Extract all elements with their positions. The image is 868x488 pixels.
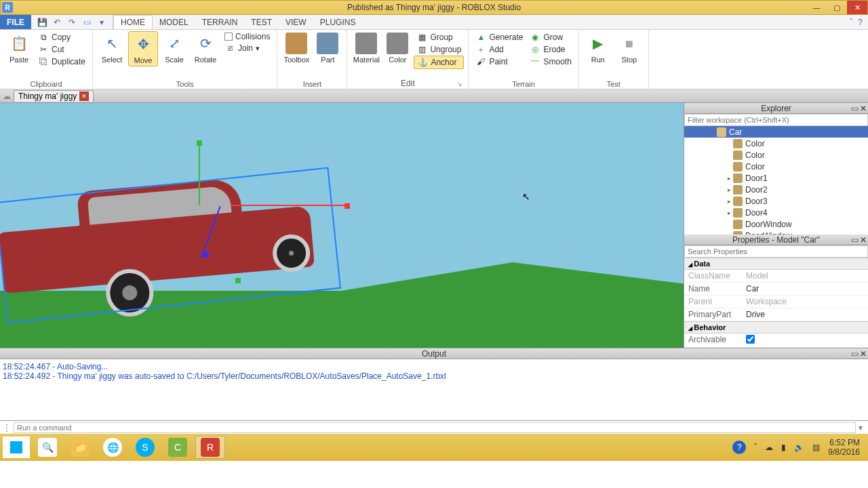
panel-close-icon[interactable]: ✕	[860, 349, 867, 359]
maximize-button[interactable]: ▢	[827, 1, 847, 14]
qat-select-icon[interactable]: ▭	[81, 17, 92, 28]
viewport[interactable]: ↖	[0, 103, 684, 348]
output-body[interactable]: 18:52:24.467 - Auto-Saving... 18:52:24.4…	[0, 359, 868, 420]
panel-close-icon[interactable]: ✕	[860, 235, 867, 245]
clock[interactable]: 6:52 PM 9/8/2016	[828, 438, 860, 458]
undo-icon[interactable]: ↶	[52, 17, 62, 28]
y-axis-gizmo[interactable]	[199, 144, 200, 205]
output-line: 18:52:24.467 - Auto-Saving...	[3, 362, 865, 371]
network-icon[interactable]: ▤	[812, 443, 820, 452]
undock-icon[interactable]: ▭	[851, 235, 859, 245]
y-neg-handle[interactable]	[235, 278, 241, 283]
prop-row-archivable[interactable]: Archivable	[684, 333, 868, 348]
task-search[interactable]: 🔍	[33, 436, 62, 459]
prop-row-primarypart[interactable]: PrimaryPartDrive	[684, 308, 868, 321]
terrain-grow-button[interactable]: ◉Grow	[527, 31, 574, 43]
cut-button[interactable]: ✂Cut	[35, 43, 88, 56]
command-input[interactable]	[14, 422, 856, 433]
expand-icon[interactable]: ▸	[725, 186, 733, 193]
prop-row-name[interactable]: NameCar	[684, 283, 868, 296]
z-handle[interactable]	[203, 252, 209, 258]
close-button[interactable]: ✕	[847, 1, 867, 14]
tab-terrain[interactable]: TERRAIN	[195, 15, 245, 29]
help-icon[interactable]: ?	[858, 18, 863, 27]
prop-category-behavior[interactable]: Behavior	[684, 321, 868, 333]
expand-icon[interactable]: ▸	[725, 198, 733, 205]
tree-item[interactable]: DoorWindow	[684, 230, 868, 235]
undock-icon[interactable]: ▭	[851, 104, 859, 113]
select-button[interactable]: ↖Select	[97, 31, 127, 65]
explorer-filter-input[interactable]	[684, 114, 868, 126]
tray-chevron-icon[interactable]: ˆ	[754, 443, 757, 452]
x-axis-gizmo[interactable]	[231, 205, 346, 206]
expand-icon[interactable]: ▸	[725, 209, 733, 216]
tab-view[interactable]: VIEW	[279, 15, 313, 29]
terrain-smooth-button[interactable]: 〰Smooth	[527, 56, 574, 68]
tree-item[interactable]: ▸Door2	[684, 184, 868, 195]
paste-button[interactable]: 📋Paste	[4, 31, 34, 65]
duplicate-button[interactable]: ⿻Duplicate	[35, 56, 88, 68]
task-explorer[interactable]: 📁	[65, 436, 95, 459]
task-chrome[interactable]: 🌐	[98, 436, 127, 459]
color-button[interactable]: Color	[382, 31, 412, 65]
y-handle[interactable]	[197, 140, 202, 146]
document-tab[interactable]: Thingy ma' jiggy ✕	[14, 90, 94, 102]
terrain-paint-button[interactable]: 🖌Paint	[473, 56, 526, 68]
start-button[interactable]	[3, 436, 30, 458]
tab-test[interactable]: TEST	[244, 15, 279, 29]
volume-icon[interactable]: 🔊	[794, 443, 804, 452]
material-button[interactable]: Material	[351, 31, 381, 65]
tab-home[interactable]: HOME	[113, 15, 153, 29]
minimize-button[interactable]: —	[806, 1, 827, 14]
tree-item[interactable]: ▸Door1	[684, 172, 868, 184]
part-button[interactable]: Part	[313, 31, 342, 65]
toolbox-button[interactable]: Toolbox	[281, 31, 311, 65]
command-dropdown-icon[interactable]: ▾	[856, 423, 865, 432]
panel-close-icon[interactable]: ✕	[860, 104, 867, 113]
tab-plugins[interactable]: PLUGINS	[313, 15, 363, 29]
rotate-button[interactable]: ⟳Rotate	[191, 31, 220, 65]
task-skype[interactable]: S	[130, 436, 160, 459]
file-menu[interactable]: FILE	[0, 15, 31, 29]
battery-icon[interactable]: ▮	[781, 443, 786, 452]
expand-icon[interactable]: ▸	[725, 175, 733, 182]
explorer-tree[interactable]: ▾CarColorColorColor▸Door1▸Door2▸Door3▸Do…	[684, 126, 868, 235]
close-tab-icon[interactable]: ✕	[79, 92, 89, 101]
help-tray-icon[interactable]: ?	[732, 441, 746, 454]
anchor-button[interactable]: ⚓Anchor	[414, 56, 464, 69]
move-button[interactable]: ✥Move	[128, 31, 158, 66]
properties-search-input[interactable]	[684, 245, 868, 258]
run-button[interactable]: ▶Run	[583, 31, 613, 65]
edit-launcher-icon[interactable]: ↘	[457, 81, 462, 87]
terrain-add-button[interactable]: ＋Add	[473, 43, 526, 56]
scale-button[interactable]: ⤢Scale	[159, 31, 189, 65]
ungroup-button[interactable]: ▥Ungroup	[414, 43, 464, 56]
task-roblox-studio[interactable]: R	[195, 436, 225, 459]
terrain-erode-button[interactable]: ◎Erode	[527, 43, 574, 56]
prop-category-data[interactable]: Data	[684, 258, 868, 270]
redo-icon[interactable]: ↷	[66, 17, 77, 28]
stop-button[interactable]: ■Stop	[614, 31, 644, 65]
tree-item[interactable]: Color	[684, 161, 868, 172]
copy-button[interactable]: ⧉Copy	[35, 31, 88, 43]
onedrive-icon[interactable]: ☁	[765, 443, 773, 452]
tree-item[interactable]: ▾Car	[684, 126, 868, 138]
tree-item[interactable]: DoorWindow	[684, 218, 868, 230]
tree-item[interactable]: ▸Door3	[684, 195, 868, 207]
undock-icon[interactable]: ▭	[851, 349, 859, 359]
tree-item[interactable]: ▸Door4	[684, 207, 868, 218]
task-camtasia[interactable]: C	[163, 436, 193, 459]
tab-model[interactable]: MODEL	[153, 15, 195, 29]
group-button[interactable]: ▦Group	[414, 31, 464, 43]
tree-item[interactable]: Color	[684, 138, 868, 149]
x-handle[interactable]	[344, 203, 350, 209]
qat-dropdown-icon[interactable]: ▾	[96, 17, 107, 28]
archivable-checkbox[interactable]	[746, 335, 755, 344]
collapse-ribbon-icon[interactable]: ˆ	[850, 18, 852, 27]
join-dropdown[interactable]: ⎚Join ▾	[222, 42, 273, 54]
terrain-generate-button[interactable]: ▲Generate	[473, 31, 526, 43]
save-icon[interactable]: 💾	[37, 17, 47, 28]
collisions-toggle[interactable]: Collisions	[222, 31, 273, 42]
expand-icon[interactable]: ▾	[709, 129, 717, 136]
tree-item[interactable]: Color	[684, 149, 868, 161]
